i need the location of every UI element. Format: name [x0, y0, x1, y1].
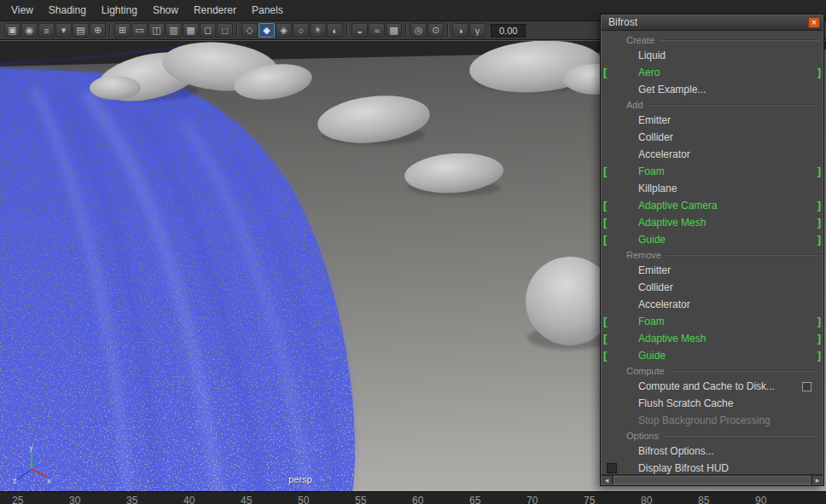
shadows-icon[interactable]: ◐	[327, 23, 343, 38]
use-default-material-icon[interactable]: ○	[293, 23, 309, 38]
image-plane-icon[interactable]: ▤	[73, 23, 89, 38]
menu-item-guide[interactable]: [Guide]	[601, 231, 823, 248]
bookmarks-icon[interactable]: ▾	[55, 23, 72, 38]
menu-item-label: Foam	[638, 316, 665, 327]
timeline-tick: 35	[126, 495, 137, 504]
anti-alias-icon[interactable]: ▩	[386, 23, 402, 38]
textured-icon[interactable]: ◈	[276, 23, 292, 38]
bifrost-title-bar[interactable]: Bifrost ×	[601, 14, 823, 31]
field-chart-icon[interactable]: ▦	[183, 23, 199, 38]
menu-item-collider[interactable]: Collider	[601, 129, 823, 146]
timeline-tick: 90	[755, 495, 766, 504]
menu-item-accelerator[interactable]: Accelerator	[601, 146, 823, 163]
option-bracket-right: ]	[817, 315, 821, 327]
time-slider[interactable]: 2530354045505560657075808590	[0, 491, 826, 504]
bifrost-title: Bifrost	[608, 16, 808, 28]
exposure-icon[interactable]: ◑	[452, 23, 468, 38]
scroll-left-icon[interactable]: ◂	[601, 475, 613, 485]
gamma-icon[interactable]: γ	[469, 23, 486, 38]
axis-orientation-gizmo: y x z	[12, 445, 51, 484]
menu-item-collider[interactable]: Collider	[601, 279, 823, 296]
menu-item-label: Accelerator	[638, 148, 690, 160]
menu-item-label: Collider	[638, 281, 673, 293]
option-bracket-left: [	[603, 165, 607, 177]
menu-view[interactable]: View	[3, 1, 41, 20]
scrollbar-track[interactable]	[613, 475, 811, 485]
section-header-options: Options	[601, 429, 823, 443]
lighting-icon[interactable]: ☀	[310, 23, 326, 38]
menu-renderer[interactable]: Renderer	[186, 1, 244, 20]
safe-title-icon[interactable]: □	[217, 23, 233, 38]
timeline-tick: 25	[12, 495, 23, 504]
xray-icon[interactable]: ⊙	[428, 23, 444, 38]
section-header-compute: Compute	[601, 364, 823, 378]
cache-to-disk-checkbox[interactable]	[802, 382, 811, 391]
scrollbar-thumb[interactable]	[614, 476, 811, 484]
close-icon[interactable]: ×	[808, 17, 820, 28]
maya-window: ViewShadingLightingShowRendererPanels ▣◉…	[0, 0, 826, 504]
section-label: Compute	[626, 366, 665, 376]
menu-item-bifrost-options[interactable]: Bifrost Options...	[601, 443, 823, 460]
toolbar-separator	[447, 24, 449, 37]
option-bracket-left: [	[603, 315, 607, 327]
menu-item-accelerator[interactable]: Accelerator	[601, 296, 823, 313]
menu-item-liquid[interactable]: Liquid	[601, 47, 823, 64]
menu-item-label: Killplane	[638, 182, 677, 194]
hud-checkbox[interactable]	[607, 463, 617, 473]
menu-item-foam[interactable]: [Foam]	[601, 163, 823, 180]
menu-item-foam[interactable]: [Foam]	[601, 313, 823, 330]
exposure-value-field[interactable]: 0.00	[491, 24, 526, 38]
scroll-right-icon[interactable]: ▸	[811, 475, 823, 485]
menu-item-adaptive-camera[interactable]: [Adaptive Camera]	[601, 197, 823, 214]
camera-attributes-icon[interactable]: ≡	[38, 23, 55, 38]
grid-icon[interactable]: ⊞	[114, 23, 131, 38]
menu-item-flush-scratch-cache[interactable]: Flush Scratch Cache	[601, 395, 823, 412]
axis-z-label: z	[13, 478, 16, 484]
section-label: Create	[626, 35, 654, 45]
wireframe-icon[interactable]: ◇	[241, 23, 258, 38]
pan-zoom-icon[interactable]: ⊕	[90, 23, 106, 38]
timeline-tick: 80	[641, 495, 652, 504]
resolution-gate-icon[interactable]: ◫	[148, 23, 165, 38]
menu-item-display-bifrost-hud[interactable]: Display Bifrost HUD	[601, 460, 823, 474]
menu-item-label: Liquid	[638, 49, 666, 61]
timeline-tick: 60	[412, 495, 423, 504]
menu-shading[interactable]: Shading	[41, 1, 94, 20]
menu-item-emitter[interactable]: Emitter	[601, 112, 823, 129]
lock-camera-icon[interactable]: ◉	[21, 23, 38, 38]
menu-item-label: Guide	[638, 350, 666, 362]
isolate-select-icon[interactable]: ◎	[410, 23, 427, 38]
toolbar-separator	[346, 24, 348, 37]
timeline-tick: 40	[183, 495, 195, 504]
safe-action-icon[interactable]: ◻	[200, 23, 216, 38]
section-divider	[667, 254, 819, 256]
option-bracket-right: ]	[817, 199, 821, 211]
menu-item-compute-and-cache-to-disk[interactable]: Compute and Cache to Disk...	[601, 378, 823, 395]
motion-blur-icon[interactable]: ≈	[369, 23, 385, 38]
menu-item-label: Get Example...	[638, 84, 706, 96]
film-gate-icon[interactable]: ▭	[131, 23, 148, 38]
menu-item-killplane[interactable]: Killplane	[601, 180, 823, 197]
menu-item-get-example[interactable]: Get Example...	[601, 81, 823, 98]
menu-item-aero[interactable]: [Aero]	[601, 64, 823, 81]
menu-item-adaptive-mesh[interactable]: [Adaptive Mesh]	[601, 214, 823, 231]
menu-item-adaptive-mesh[interactable]: [Adaptive Mesh]	[601, 330, 823, 347]
menu-item-emitter[interactable]: Emitter	[601, 262, 823, 279]
option-bracket-left: [	[603, 66, 607, 78]
menu-panels[interactable]: Panels	[244, 1, 291, 20]
menu-item-guide[interactable]: [Guide]	[601, 347, 823, 364]
bifrost-horizontal-scrollbar[interactable]: ◂ ▸	[601, 474, 823, 485]
option-bracket-right: ]	[817, 66, 821, 78]
timeline-tick: 85	[698, 495, 709, 504]
timeline-tick: 45	[241, 495, 252, 504]
menu-item-label: Emitter	[638, 114, 671, 126]
gate-mask-icon[interactable]: ▥	[166, 23, 182, 38]
menu-item-label: Stop Background Processing	[638, 414, 771, 426]
menu-show[interactable]: Show	[145, 1, 186, 20]
select-camera-icon[interactable]: ▣	[4, 23, 20, 38]
section-divider	[660, 39, 819, 41]
smooth-shade-icon[interactable]: ◆	[259, 23, 275, 38]
section-label: Remove	[626, 250, 661, 260]
menu-lighting[interactable]: Lighting	[94, 1, 145, 20]
occlusion-icon[interactable]: ◒	[352, 23, 368, 38]
